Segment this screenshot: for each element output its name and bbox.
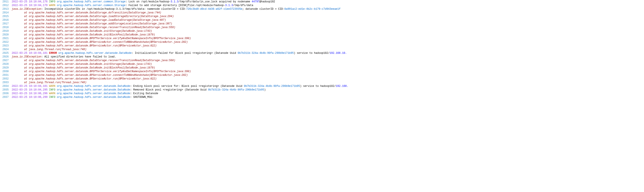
stack-frame: at org.apache.hadoop.hdfs.server.datanod… [12,11,161,14]
line-number: 2926 [0,55,10,59]
log-level: WARN [49,4,56,7]
ip-address: 192.168.10. [330,52,347,55]
line-number: 2937 [0,96,10,99]
logger-source: org.apache.hadoop.hdfs.server.datanode.D… [58,52,132,55]
line-number: 2913 [0,7,10,11]
stack-frame: at org.apache.hadoop.hdfs.server.datanod… [12,33,155,36]
line-number: 2921 [0,37,10,40]
log-content: at org.apache.hadoop.hdfs.server.datanod… [12,73,644,77]
log-viewer: 29112022-03-25 18:18:04,176 INFO org.apa… [0,0,644,99]
log-line[interactable]: 29342022-03-25 18:18:04,181 WARN org.apa… [0,85,644,88]
stack-frame: at org.apache.hadoop.hdfs.server.datanod… [12,22,172,25]
line-number: 2930 [0,70,10,73]
log-level: WARN [49,92,56,95]
log-content: 2022-03-25 18:18:04,179 WARN org.apache.… [12,4,644,7]
log-content: 2022-03-25 18:18:04,295 INFO org.apache.… [12,88,644,92]
log-content: at org.apache.hadoop.hdfs.server.datanod… [12,62,644,66]
line-number: 2928 [0,62,10,66]
ip-address: 192.168. [336,85,348,88]
log-content: 2022-03-25 18:18:04,181 ERROR org.apache… [12,51,644,55]
logger-source: org.apache.hadoop.hdfs.server.datanode.D… [57,85,130,88]
stack-frame: at org.apache.hadoop.hdfs.server.datanod… [12,18,166,22]
cluster-id: 0a991ac2-ed1e-4b2c-b179-c7d943eeae1f [284,7,340,10]
cluster-id: 726c3bd8-d0cd-4d36-a62f-c1ee3723935e [186,7,242,10]
line-number: 2933 [0,81,10,85]
log-message: : Exiting Datanode [130,92,158,95]
datanode-uuid: 0b7b311b-324a-4b4b-90fa-290b9e171b95 [208,88,264,91]
datanode-uuid: 0b7b311b-324a-4b4b-90fa-290b9e171b95 [244,85,300,88]
log-content: 2022-03-25 18:18:06,299 INFO org.apache.… [12,96,644,99]
line-number: 2912 [0,4,10,7]
stack-frame: at org.apache.hadoop.hdfs.server.datanod… [12,66,155,69]
log-line[interactable]: 2921 at org.apache.hadoop.hdfs.server.da… [0,37,644,40]
log-line[interactable]: 29362022-03-25 18:18:06,296 WARN org.apa… [0,92,644,96]
log-line[interactable]: 2928 at org.apache.hadoop.hdfs.server.da… [0,62,644,66]
exception-message: : Incompatible clusterIDs in /opt/module… [41,7,186,10]
stack-frame: at org.apache.hadoop.hdfs.server.datanod… [12,41,188,44]
log-line[interactable]: 2917 at org.apache.hadoop.hdfs.server.da… [0,22,644,26]
line-number: 2915 [0,15,10,18]
line-number: 2927 [0,59,10,62]
line-number: 2916 [0,18,10,22]
log-line[interactable]: 2933 at java.lang.Thread.run(Thread.java… [0,81,644,85]
log-line[interactable]: 29352022-03-25 18:18:04,295 INFO org.apa… [0,88,644,92]
log-line[interactable]: 2914 at org.apache.hadoop.hdfs.server.da… [0,11,644,15]
exception-message: : All specified directories have failed … [41,55,116,58]
log-line[interactable]: 2913java.io.IOException: Incompatible cl… [0,7,644,11]
log-content: at org.apache.hadoop.hdfs.server.datanod… [12,59,644,62]
datanode-uuid: 0b7b311b-324a-4b4b-90fa-290b9e171b95 [238,52,294,55]
timestamp: 2022-03-25 18:18:06,299 [12,96,48,99]
log-content: at org.apache.hadoop.hdfs.server.datanod… [12,70,644,73]
log-line[interactable]: 2923 at org.apache.hadoop.hdfs.server.da… [0,44,644,48]
line-number: 2925 [0,51,10,55]
log-line[interactable]: 29112022-03-25 18:18:04,176 INFO org.apa… [0,0,644,4]
timestamp: 2022-03-25 18:18:04,181 [12,52,48,55]
logger-source: org.apache.hadoop.hdfs.server.common.Sto… [57,0,126,3]
log-message: : Failed to add storage directory [DISK]… [126,4,225,7]
line-number: 2914 [0,11,10,15]
log-line[interactable]: 2919 at org.apache.hadoop.hdfs.server.da… [0,29,644,33]
log-line[interactable]: 2931 at org.apache.hadoop.hdfs.server.da… [0,73,644,77]
log-line[interactable]: 2924 at java.lang.Thread.run(Thread.java… [0,48,644,51]
version-number: 3.1.3 [171,0,178,3]
stack-frame: at org.apache.hadoop.hdfs.server.datanod… [12,63,152,66]
log-line[interactable]: 2922 at org.apache.hadoop.hdfs.server.da… [0,40,644,44]
log-content: at org.apache.hadoop.hdfs.server.datanod… [12,37,644,40]
log-message: : Ending block pool service for: Block p… [130,85,244,88]
timestamp: 2022-03-25 18:18:04,295 [12,88,48,91]
line-number: 2924 [0,48,10,51]
stack-frame: at org.apache.hadoop.hdfs.server.datanod… [12,77,157,80]
log-message: : SHUTDOWN_MSG: [130,96,154,99]
stack-frame: at org.apache.hadoop.hdfs.server.datanod… [12,59,175,62]
log-level: INFO [49,88,56,91]
log-line[interactable]: 2915 at org.apache.hadoop.hdfs.server.da… [0,15,644,18]
log-line[interactable]: 2926java.io.IOException: All specified d… [0,55,644,59]
log-line[interactable]: 2929 at org.apache.hadoop.hdfs.server.da… [0,66,644,70]
log-line[interactable]: 29122022-03-25 18:18:04,179 WARN org.apa… [0,4,644,7]
log-content: at org.apache.hadoop.hdfs.server.datanod… [12,29,644,33]
log-line[interactable]: 29372022-03-25 18:18:06,299 INFO org.apa… [0,96,644,99]
log-line[interactable]: 2927 at org.apache.hadoop.hdfs.server.da… [0,59,644,62]
timestamp: 2022-03-25 18:18:06,296 [12,92,48,95]
log-line[interactable]: 2916 at org.apache.hadoop.hdfs.server.da… [0,18,644,22]
logger-source: org.apache.hadoop.hdfs.server.datanode.D… [57,88,130,91]
log-content: 2022-03-25 18:18:04,176 INFO org.apache.… [12,0,644,4]
log-content: at org.apache.hadoop.hdfs.server.datanod… [12,33,644,37]
log-content: at org.apache.hadoop.hdfs.server.datanod… [12,15,644,18]
line-number: 2911 [0,0,10,4]
log-line[interactable]: 2920 at org.apache.hadoop.hdfs.server.da… [0,33,644,37]
line-number: 2923 [0,44,10,48]
log-content: at org.apache.hadoop.hdfs.server.datanod… [12,40,644,44]
log-line[interactable]: 2932 at org.apache.hadoop.hdfs.server.da… [0,77,644,81]
log-line[interactable]: 2930 at org.apache.hadoop.hdfs.server.da… [0,70,644,73]
log-level: INFO [49,96,56,99]
log-line[interactable]: 2918 at org.apache.hadoop.hdfs.server.da… [0,26,644,29]
line-number: 2936 [0,92,10,96]
log-content: at org.apache.hadoop.hdfs.server.datanod… [12,66,644,70]
log-line[interactable]: 29252022-03-25 18:18:04,181 ERROR org.ap… [0,51,644,55]
exception-class: java.io.IOException [12,55,41,58]
logger-source: org.apache.hadoop.hdfs.server.datanode.D… [57,92,130,95]
line-number: 2931 [0,73,10,77]
log-content: at org.apache.hadoop.hdfs.server.datanod… [12,18,644,22]
log-content: java.io.IOException: All specified direc… [12,55,644,59]
